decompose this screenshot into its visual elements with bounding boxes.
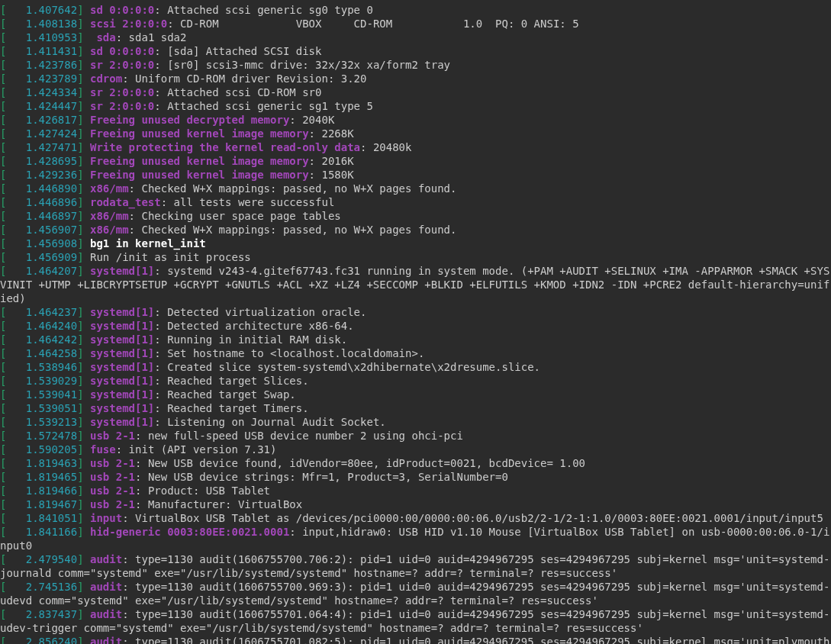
- bracket-close: ]: [77, 581, 90, 593]
- bracket-close: ]: [77, 251, 90, 263]
- timestamp: 1.464258: [6, 347, 77, 359]
- log-source: systemd[1]: [90, 320, 154, 332]
- bracket-close: ]: [77, 526, 90, 538]
- log-message: : Reached target Timers.: [154, 402, 308, 414]
- log-source: usb 2-1: [90, 430, 135, 442]
- log-line: [ 1.539029] systemd[1]: Reached target S…: [0, 374, 831, 388]
- bracket-close: ]: [77, 127, 90, 140]
- log-line: [ 1.538946] systemd[1]: Created slice sy…: [0, 360, 831, 374]
- log-source: input: [90, 512, 122, 524]
- log-line: [ 1.411431] sd 0:0:0:0: [sda] Attached S…: [0, 44, 831, 58]
- log-source: usb 2-1: [90, 471, 135, 483]
- timestamp: 1.539213: [6, 416, 77, 428]
- log-message: : sda1 sda2: [116, 31, 187, 43]
- bracket-close: ]: [77, 169, 90, 181]
- timestamp: 1.539051: [6, 402, 77, 414]
- timestamp: 1.429236: [6, 169, 77, 181]
- timestamp: 1.427424: [6, 127, 77, 140]
- timestamp: 1.424447: [6, 100, 77, 112]
- log-message: : Checked W+X mappings: passed, no W+X p…: [129, 182, 457, 195]
- log-message: Run /init as init process: [90, 251, 251, 263]
- log-message: : New USB device found, idVendor=80ee, i…: [135, 457, 585, 469]
- bracket-close: ]: [77, 608, 90, 620]
- timestamp: 1.423789: [6, 72, 77, 85]
- bracket-close: ]: [77, 155, 90, 167]
- log-source: usb 2-1: [90, 485, 135, 497]
- log-message: : type=1130 audit(1606755700.706:2): pid…: [0, 553, 829, 579]
- timestamp: 1.426817: [6, 114, 77, 126]
- timestamp: 1.464240: [6, 320, 77, 332]
- log-source: usb 2-1: [90, 457, 135, 469]
- log-source: systemd[1]: [90, 306, 154, 318]
- log-line: [ 1.456909] Run /init as init process: [0, 250, 831, 264]
- timestamp: 1.539041: [6, 388, 77, 401]
- bracket-close: ]: [77, 210, 90, 222]
- timestamp: 1.410953: [6, 31, 77, 43]
- timestamp: 2.479540: [6, 553, 77, 565]
- log-source: systemd[1]: [90, 361, 154, 373]
- log-message: : Uniform CD-ROM driver Revision: 3.20: [122, 72, 366, 85]
- log-message: : Running in initial RAM disk.: [154, 333, 347, 346]
- bracket-close: ]: [77, 31, 90, 43]
- log-line: [ 1.429236] Freeing unused kernel image …: [0, 168, 831, 182]
- log-line: [ 1.423786] sr 2:0:0:0: [sr0] scsi3-mmc …: [0, 58, 831, 72]
- timestamp: 1.407642: [6, 4, 77, 16]
- bracket-close: ]: [77, 443, 90, 456]
- log-message: : Product: USB Tablet: [135, 485, 270, 497]
- log-message: : type=1130 audit(1606755701.064:4): pid…: [0, 608, 829, 634]
- log-line: [ 2.745136] audit: type=1130 audit(16067…: [0, 580, 831, 607]
- bracket-close: ]: [77, 430, 90, 442]
- log-message: : new full-speed USB device number 2 usi…: [135, 430, 463, 442]
- bracket-close: ]: [77, 182, 90, 195]
- log-line: [ 1.590205] fuse: init (API version 7.31…: [0, 443, 831, 456]
- log-line: [ 1.424334] sr 2:0:0:0: Attached scsi CD…: [0, 85, 831, 99]
- bracket-close: ]: [77, 45, 90, 57]
- bracket-close: ]: [77, 265, 90, 277]
- timestamp: 1.456908: [6, 237, 77, 250]
- bracket-close: ]: [77, 72, 90, 85]
- log-line: [ 1.841166] hid-generic 0003:80EE:0021.0…: [0, 525, 831, 552]
- log-line: [ 1.841051] input: VirtualBox USB Tablet…: [0, 511, 831, 525]
- log-line: [ 1.464207] systemd[1]: systemd v243-4.g…: [0, 264, 831, 305]
- timestamp: 1.841051: [6, 512, 77, 524]
- bracket-close: ]: [77, 512, 90, 524]
- timestamp: 1.446890: [6, 182, 77, 195]
- timestamp: 1.590205: [6, 443, 77, 456]
- log-line: [ 1.819463] usb 2-1: New USB device foun…: [0, 456, 831, 470]
- log-message: : CD-ROM VBOX CD-ROM 1.0 PQ: 0 ANSI: 5: [167, 18, 578, 30]
- bracket-close: ]: [77, 333, 90, 346]
- log-line: [ 1.446897] x86/mm: Checking user space …: [0, 209, 831, 223]
- timestamp: 1.423786: [6, 59, 77, 71]
- log-line: [ 1.428695] Freeing unused kernel image …: [0, 154, 831, 168]
- log-message: bg1 in kernel_init: [90, 237, 206, 250]
- log-line: [ 1.456908] bg1 in kernel_init: [0, 237, 831, 250]
- timestamp: 1.464237: [6, 306, 77, 318]
- log-message: : VirtualBox USB Tablet as /devices/pci0…: [122, 512, 823, 524]
- log-source: audit: [90, 608, 122, 620]
- timestamp: 1.841166: [6, 526, 77, 538]
- log-message: : Set hostname to <localhost.localdomain…: [154, 347, 424, 359]
- log-message: : Detected architecture x86-64.: [154, 320, 353, 332]
- kernel-log-terminal[interactable]: [ 1.407642] sd 0:0:0:0: Attached scsi ge…: [0, 0, 831, 644]
- timestamp: 1.456909: [6, 251, 77, 263]
- bracket-close: ]: [77, 553, 90, 565]
- log-line: [ 1.464240] systemd[1]: Detected archite…: [0, 319, 831, 333]
- log-line: [ 1.464237] systemd[1]: Detected virtual…: [0, 305, 831, 319]
- log-message: : New USB device strings: Mfr=1, Product…: [135, 471, 508, 483]
- bracket-close: ]: [77, 224, 90, 236]
- log-source: audit: [90, 636, 122, 644]
- log-line: [ 1.819466] usb 2-1: Product: USB Tablet: [0, 484, 831, 497]
- timestamp: 1.539029: [6, 375, 77, 387]
- bracket-close: ]: [77, 485, 90, 497]
- bracket-close: ]: [77, 100, 90, 112]
- log-line: [ 1.819465] usb 2-1: New USB device stri…: [0, 470, 831, 484]
- timestamp: 1.446896: [6, 196, 77, 208]
- log-source: sr 2:0:0:0: [90, 100, 154, 112]
- log-source: sd 0:0:0:0: [90, 45, 154, 57]
- timestamp: 1.819466: [6, 485, 77, 497]
- timestamp: 1.408138: [6, 18, 77, 30]
- log-message: : 2016K: [309, 155, 354, 167]
- timestamp: 1.464207: [6, 265, 77, 277]
- log-message: : Checked W+X mappings: passed, no W+X p…: [129, 224, 457, 236]
- log-source: Freeing unused kernel image memory: [90, 155, 309, 167]
